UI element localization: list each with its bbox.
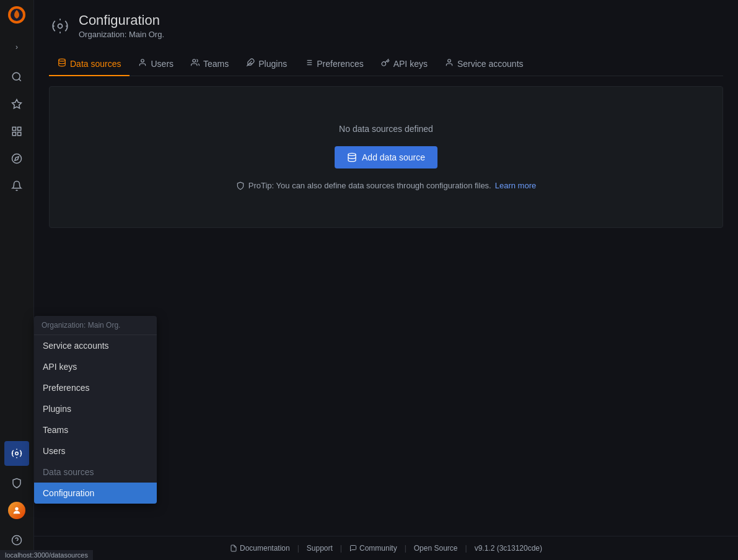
- svg-point-12: [15, 507, 18, 510]
- support-link[interactable]: Support: [307, 544, 333, 553]
- protip-message: ProTip: You can also define data sources…: [248, 181, 491, 190]
- sidebar-item-search[interactable]: [4, 64, 29, 89]
- sidebar-bottom: [4, 441, 29, 560]
- context-menu: Organization: Main Org. Service accounts…: [34, 316, 157, 504]
- svg-point-17: [141, 59, 144, 63]
- tab-service-accounts[interactable]: Service accounts: [436, 52, 532, 76]
- svg-line-3: [19, 79, 20, 81]
- svg-point-27: [448, 59, 451, 63]
- doc-icon: [230, 545, 237, 552]
- tab-api-keys-label: API keys: [393, 59, 428, 69]
- svg-marker-4: [12, 100, 22, 108]
- tab-service-accounts-label: Service accounts: [457, 59, 524, 69]
- sidebar-item-dashboards[interactable]: [4, 119, 29, 144]
- preferences-tab-icon: [304, 58, 313, 69]
- sidebar-item-starred[interactable]: [4, 92, 29, 116]
- dropdown-item-users[interactable]: Users: [34, 440, 157, 462]
- config-tabs: Data sources Users Teams: [49, 52, 723, 76]
- dropdown-item-configuration[interactable]: Configuration: [34, 483, 157, 504]
- tab-users-label: Users: [151, 59, 174, 69]
- svg-point-15: [58, 24, 63, 28]
- sidebar-item-alerting[interactable]: [4, 173, 29, 198]
- empty-message: No data sources defined: [339, 124, 433, 134]
- documentation-link[interactable]: Documentation: [230, 544, 290, 553]
- add-datasource-label: Add data source: [362, 152, 425, 162]
- users-tab-icon: [138, 58, 147, 69]
- dropdown-item-plugins[interactable]: Plugins: [34, 398, 157, 419]
- community-icon: [349, 545, 357, 552]
- dropdown-item-teams[interactable]: Teams: [34, 419, 157, 440]
- sidebar-expand-button[interactable]: ›: [4, 35, 29, 59]
- svg-point-16: [59, 59, 66, 62]
- add-datasource-button[interactable]: Add data source: [335, 146, 437, 168]
- svg-rect-5: [12, 127, 15, 130]
- open-source-link[interactable]: Open Source: [414, 544, 458, 553]
- svg-rect-6: [18, 127, 21, 130]
- grafana-logo[interactable]: [7, 5, 27, 25]
- svg-marker-10: [15, 157, 19, 160]
- sidebar-item-help[interactable]: [4, 528, 29, 553]
- svg-point-9: [12, 154, 22, 164]
- tab-plugins-label: Plugins: [258, 59, 287, 69]
- community-link[interactable]: Community: [349, 544, 397, 553]
- tab-preferences[interactable]: Preferences: [296, 52, 372, 76]
- sidebar-item-configuration[interactable]: [4, 441, 29, 466]
- learn-more-link[interactable]: Learn more: [495, 181, 536, 190]
- support-label: Support: [307, 544, 333, 553]
- tab-plugins[interactable]: Plugins: [237, 52, 296, 76]
- dropdown-item-data-sources[interactable]: Data sources: [34, 462, 157, 483]
- tab-data-sources-label: Data sources: [70, 59, 121, 69]
- svg-point-28: [348, 154, 356, 156]
- url-bar: localhost:3000/datasources: [0, 550, 93, 560]
- footer-sep-4: |: [465, 544, 467, 553]
- shield-check-icon: [236, 182, 245, 190]
- sidebar-item-avatar[interactable]: [4, 498, 29, 523]
- footer-sep-3: |: [405, 544, 406, 553]
- sidebar-item-shield[interactable]: [4, 471, 29, 496]
- page-title-group: Configuration Organization: Main Org.: [79, 12, 164, 40]
- tab-data-sources[interactable]: Data sources: [49, 52, 130, 76]
- url-text: localhost:3000/datasources: [5, 551, 88, 559]
- tab-teams-label: Teams: [203, 59, 229, 69]
- dropdown-item-service-accounts[interactable]: Service accounts: [34, 335, 157, 356]
- teams-tab-icon: [191, 58, 200, 69]
- tab-preferences-label: Preferences: [317, 59, 363, 69]
- tab-users[interactable]: Users: [130, 52, 182, 76]
- sidebar: ›: [0, 0, 34, 560]
- page-footer: Documentation | Support | Community | Op…: [34, 536, 738, 560]
- dropdown-org-header: Organization: Main Org.: [34, 316, 157, 335]
- footer-sep-2: |: [340, 544, 342, 553]
- protip-text: ProTip: You can also define data sources…: [236, 181, 536, 190]
- svg-point-18: [193, 59, 196, 63]
- dropdown-item-preferences[interactable]: Preferences: [34, 377, 157, 398]
- database-icon: [347, 152, 357, 162]
- service-accounts-tab-icon: [445, 58, 454, 69]
- sidebar-item-explore[interactable]: [4, 146, 29, 171]
- datasources-content: No data sources defined Add data source …: [49, 86, 723, 228]
- tab-api-keys[interactable]: API keys: [372, 52, 436, 76]
- version-label: v9.1.2 (3c13120cde): [475, 544, 542, 553]
- footer-sep-1: |: [297, 544, 299, 553]
- page-header: Configuration Organization: Main Org.: [49, 12, 723, 40]
- dropdown-item-api-keys[interactable]: API keys: [34, 356, 157, 377]
- svg-point-11: [15, 452, 19, 455]
- page-subtitle: Organization: Main Org.: [79, 30, 164, 39]
- svg-point-2: [12, 72, 20, 80]
- svg-rect-8: [18, 133, 21, 136]
- page-title: Configuration: [79, 12, 164, 28]
- documentation-label: Documentation: [240, 544, 290, 553]
- config-icon: [49, 15, 71, 37]
- tab-teams[interactable]: Teams: [182, 52, 237, 76]
- data-sources-tab-icon: [58, 58, 66, 69]
- plugins-tab-icon: [246, 58, 255, 69]
- community-label: Community: [359, 544, 397, 553]
- user-avatar: [8, 502, 25, 519]
- api-keys-tab-icon: [381, 58, 390, 69]
- open-source-label: Open Source: [414, 544, 458, 553]
- svg-rect-7: [12, 133, 15, 136]
